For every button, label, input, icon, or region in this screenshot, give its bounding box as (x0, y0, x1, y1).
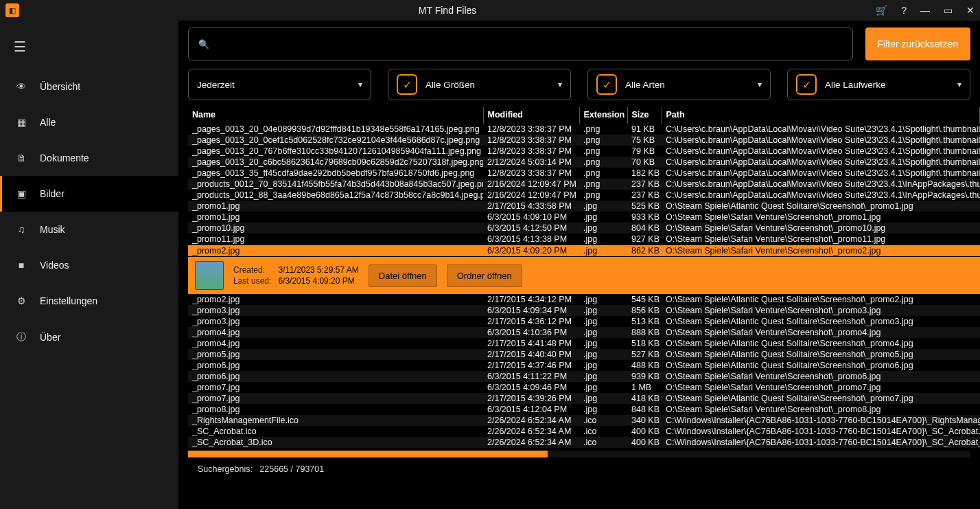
chevron-down-icon: ▾ (758, 80, 762, 89)
sidebar-item-alle[interactable]: ▦Alle (0, 104, 178, 140)
table-row[interactable]: _products_0012_88_3aa4e89be68d865a12f5a7… (188, 190, 980, 201)
cell-name: _promo10.jpg (188, 223, 483, 234)
cell-name: _promo5.jpg (188, 349, 483, 360)
search-input[interactable] (216, 38, 843, 49)
cell-name: _promo1.jpg (188, 212, 483, 223)
status-value: 225665 / 793701 (259, 464, 324, 474)
table-row[interactable]: _SC_Acrobat_3D.ico2/26/2024 6:52:34 AM.i… (188, 437, 980, 448)
col-modified[interactable]: Modified (483, 107, 579, 124)
table-row[interactable]: _promo4.jpg6/3/2015 4:10:36 PM.jpg888 KB… (188, 327, 980, 338)
open-folder-button[interactable]: Ordner öffnen (447, 264, 522, 287)
table-row[interactable]: _promo5.jpg2/17/2015 4:40:40 PM.jpg527 K… (188, 349, 980, 360)
cell-size: 848 KB (627, 404, 662, 415)
cell-size: 418 KB (627, 393, 662, 404)
cell-ext: .jpg (579, 212, 627, 223)
cell-path: O:\Steam Spiele\Safari Venture\Screensho… (662, 404, 980, 415)
table-row[interactable]: _RightsManagementFile.ico2/26/2024 6:52:… (188, 415, 980, 426)
cart-icon[interactable]: 🛒 (876, 5, 887, 16)
table-row[interactable]: _promo7.jpg2/17/2015 4:39:26 PM.jpg418 K… (188, 393, 980, 404)
filter-3[interactable]: ✓Alle Laufwerke▾ (787, 69, 970, 100)
cell-size: 79 KB (627, 146, 662, 157)
table-row[interactable]: _promo2.jpg2/17/2015 4:34:12 PM.jpg545 K… (188, 294, 980, 305)
cell-modified: 2/26/2024 6:52:34 AM (483, 426, 579, 437)
cell-path: O:\Steam Spiele\Safari Venture\Screensho… (662, 223, 980, 234)
table-row[interactable]: _SC_Acrobat.ico2/26/2024 6:52:34 AM.ico4… (188, 426, 980, 437)
table-row[interactable]: _pages_0013_20_04e089939d7d92fffd841b193… (188, 124, 980, 135)
cell-ext: .ico (579, 426, 627, 437)
maximize-icon[interactable]: ▭ (944, 5, 953, 16)
sidebar-item-über[interactable]: ⓘÜber (0, 319, 178, 356)
sidebar-item-videos[interactable]: ■Videos (0, 247, 178, 283)
sidebar: ☰ 👁Übersicht▦Alle🗎Dokumente▣Bilder♫Musik… (0, 21, 178, 509)
table-row[interactable]: _promo1.jpg2/17/2015 4:33:58 PM.jpg525 K… (188, 201, 980, 212)
cell-size: 488 KB (627, 360, 662, 371)
sidebar-item-dokumente[interactable]: 🗎Dokumente (0, 140, 178, 176)
help-icon[interactable]: ? (901, 5, 907, 16)
cell-size: 862 KB (627, 245, 662, 257)
open-file-button[interactable]: Datei öffnen (369, 264, 437, 287)
table-row[interactable]: _promo6.jpg2/17/2015 4:37:46 PM.jpg488 K… (188, 360, 980, 371)
table-row[interactable]: _pages_0013_20_c6bc58623614c79689cb09c62… (188, 157, 980, 168)
cell-size: 545 KB (627, 294, 662, 305)
chevron-down-icon: ▾ (358, 80, 362, 89)
cell-ext: .png (579, 157, 627, 168)
check-icon: ✓ (397, 74, 417, 95)
sidebar-item-einstellungen[interactable]: ⚙Einstellungen (0, 283, 178, 319)
table-row[interactable]: _promo1.jpg6/3/2015 4:09:10 PM.jpg933 KB… (188, 212, 980, 223)
created-label: Created: (233, 265, 271, 275)
col-extension[interactable]: Extension (579, 107, 627, 124)
col-path[interactable]: Path (662, 107, 980, 124)
menu-toggle-icon[interactable]: ☰ (0, 33, 178, 69)
filter-2[interactable]: ✓Alle Arten▾ (587, 69, 771, 100)
cell-path: C:\Users\c.braun\AppData\Local\Movavi\Vi… (662, 168, 980, 179)
minimize-icon[interactable]: — (920, 5, 930, 16)
cell-modified: 2/26/2024 6:52:34 AM (483, 437, 579, 448)
cell-name: _products_0012_88_3aa4e89be68d865a12f5a7… (188, 190, 483, 201)
sidebar-item-übersicht[interactable]: 👁Übersicht (0, 69, 178, 104)
cell-path: C:\Windows\Installer\{AC76BA86-1031-1033… (662, 437, 980, 448)
table-row[interactable]: _promo6.jpg6/3/2015 4:11:22 PM.jpg939 KB… (188, 371, 980, 382)
cell-size: 340 KB (627, 415, 662, 426)
sidebar-item-bilder[interactable]: ▣Bilder (0, 176, 178, 212)
scrollbar-thumb[interactable] (188, 451, 548, 457)
cell-ext: .png (579, 146, 627, 157)
col-size[interactable]: Size (627, 107, 662, 124)
cell-path: C:\Windows\Installer\{AC76BA86-1031-1033… (662, 415, 980, 426)
horizontal-scrollbar[interactable] (188, 451, 970, 457)
cell-path: O:\Steam Spiele\Atlantic Quest Solitaire… (662, 393, 980, 404)
table-row[interactable]: _promo2.jpg6/3/2015 4:09:20 PM.jpg862 KB… (188, 245, 980, 257)
table-row[interactable]: _promo10.jpg6/3/2015 4:12:50 PM.jpg804 K… (188, 223, 980, 234)
chevron-down-icon: ▾ (558, 80, 562, 89)
cell-ext: .jpg (579, 234, 627, 245)
document-icon: 🗎 (15, 152, 27, 163)
table-row[interactable]: _promo7.jpg6/3/2015 4:09:46 PM.jpg1 MBO:… (188, 382, 980, 393)
cell-path: C:\Users\c.braun\AppData\Local\Movavi\Vi… (662, 190, 980, 201)
cell-name: _products_0012_70_835141f455fb55fa74b3d5… (188, 179, 483, 190)
table-row[interactable]: _promo8.jpg6/3/2015 4:12:04 PM.jpg848 KB… (188, 404, 980, 415)
results-table: Name Modified Extension Size Path _pages… (188, 107, 980, 448)
search-box[interactable]: 🔍 (188, 27, 853, 60)
filter-1[interactable]: ✓Alle Größen▾ (388, 69, 571, 100)
cell-name: _pages_0013_20_767b6ffe310cc33b941207126… (188, 146, 483, 157)
search-icon: 🔍 (198, 39, 209, 49)
table-row[interactable]: _pages_0013_20_767b6ffe310cc33b941207126… (188, 146, 980, 157)
table-row[interactable]: _promo3.jpg2/17/2015 4:36:12 PM.jpg513 K… (188, 316, 980, 327)
cell-ext: .jpg (579, 360, 627, 371)
col-name[interactable]: Name (188, 107, 483, 124)
reset-filter-button[interactable]: Filter zurücksetzen (865, 27, 970, 60)
table-row[interactable]: _products_0012_70_835141f455fb55fa74b3d5… (188, 179, 980, 190)
cell-size: 1 MB (627, 382, 662, 393)
cell-path: C:\Users\c.braun\AppData\Local\Movavi\Vi… (662, 135, 980, 146)
table-row[interactable]: _pages_0013_35_ff45cdfa9dae292bdb5bebdf9… (188, 168, 980, 179)
table-row[interactable]: _promo3.jpg6/3/2015 4:09:34 PM.jpg856 KB… (188, 305, 980, 316)
sidebar-item-musik[interactable]: ♫Musik (0, 212, 178, 247)
table-row[interactable]: _promo11.jpg6/3/2015 4:13:38 PM.jpg927 K… (188, 234, 980, 245)
cell-size: 70 KB (627, 157, 662, 168)
thumbnail (195, 261, 224, 290)
cell-path: O:\Steam Spiele\Atlantic Quest Solitaire… (662, 316, 980, 327)
close-icon[interactable]: ✕ (966, 5, 975, 16)
filter-0[interactable]: Jederzeit▾ (188, 69, 371, 100)
table-row[interactable]: _promo4.jpg2/17/2015 4:41:48 PM.jpg518 K… (188, 338, 980, 349)
table-row[interactable]: _pages_0013_20_0cef1c5d062528fc732ce9210… (188, 135, 980, 146)
sidebar-item-label: Bilder (40, 188, 65, 199)
